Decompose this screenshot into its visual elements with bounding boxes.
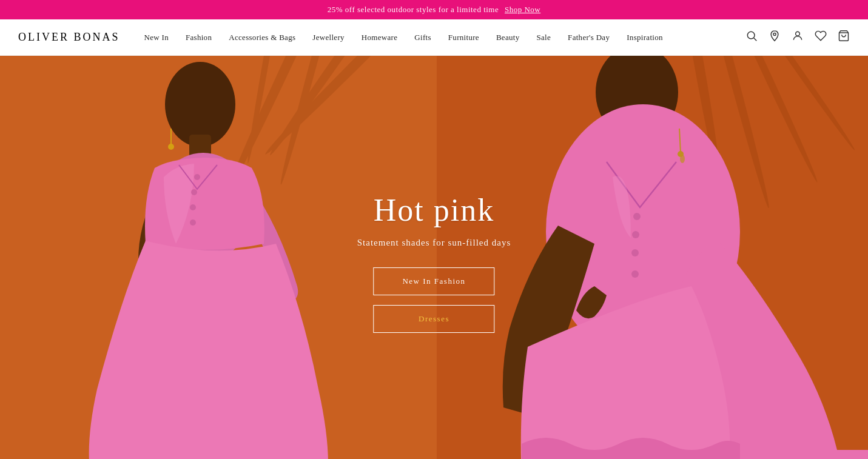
hero-subtitle: Statement shades for sun-filled days [357,238,511,248]
svg-point-3 [796,32,800,36]
svg-point-25 [168,144,174,150]
nav-item-homeware[interactable]: Homeware [362,33,397,42]
svg-point-21 [191,189,197,195]
logo[interactable]: OLIVER BONAS [18,31,120,44]
nav-item-inspiration[interactable]: Inspiration [627,33,663,42]
nav-item-beauty[interactable]: Beauty [496,33,520,42]
wishlist-icon[interactable] [815,30,827,45]
nav-item-fathers-day[interactable]: Father's Day [568,33,610,42]
svg-point-20 [194,174,200,180]
svg-point-32 [631,270,639,278]
account-icon[interactable] [792,30,804,45]
nav-item-new-in[interactable]: New In [144,33,169,42]
svg-point-30 [632,231,639,238]
hero-section: Hot pink Statement shades for sun-filled… [0,56,868,459]
announcement-cta[interactable]: Shop Now [505,5,540,14]
cart-icon[interactable] [838,30,850,45]
announcement-text: 25% off selected outdoor styles for a li… [328,5,499,14]
nav-item-fashion[interactable]: Fashion [186,33,212,42]
new-in-fashion-button[interactable]: New In Fashion [373,267,494,295]
header-icons [745,30,850,45]
svg-point-22 [190,204,196,210]
announcement-bar: 25% off selected outdoor styles for a li… [0,0,868,19]
nav-item-furniture[interactable]: Furniture [448,33,479,42]
nav-item-sale[interactable]: Sale [537,33,551,42]
hero-title: Hot pink [357,192,511,228]
hero-content: Hot pink Statement shades for sun-filled… [357,192,511,343]
main-nav: New In Fashion Accessories & Bags Jewell… [144,33,745,42]
nav-item-accessories[interactable]: Accessories & Bags [229,33,295,42]
svg-point-2 [773,33,776,35]
nav-item-jewellery[interactable]: Jewellery [312,33,345,42]
dresses-button[interactable]: Dresses [373,305,494,333]
header: OLIVER BONAS New In Fashion Accessories … [0,19,868,56]
location-icon[interactable] [769,30,781,45]
svg-point-17 [165,62,235,147]
svg-point-31 [631,249,639,256]
svg-point-23 [190,219,196,226]
svg-point-35 [680,155,685,163]
svg-line-1 [754,38,757,41]
nav-item-gifts[interactable]: Gifts [414,33,431,42]
svg-point-29 [633,213,641,220]
search-icon[interactable] [745,30,758,45]
svg-point-0 [747,32,755,39]
